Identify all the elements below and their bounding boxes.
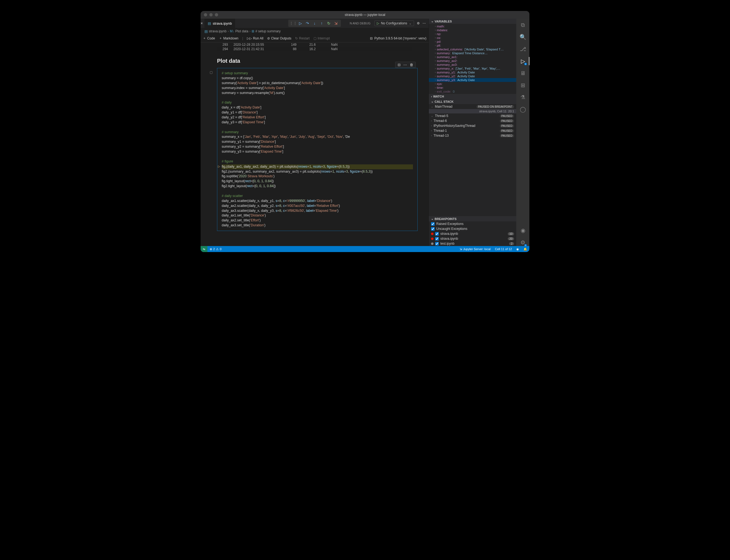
problems-status[interactable]: ⊗ 2 ⚠ 0 bbox=[207, 247, 224, 251]
notebook-toolbar: ＋ Code ＋ Markdown | ▷▷ Run All ⊘ Clear O… bbox=[201, 34, 429, 42]
settings-icon[interactable]: ⚙1 bbox=[519, 239, 526, 246]
github-status-icon[interactable]: ◉ bbox=[514, 247, 521, 251]
variable-item[interactable]: ›math: bbox=[429, 24, 516, 28]
markdown-heading: Plot data bbox=[201, 51, 429, 68]
breakpoint-item[interactable]: strava.ipynb20 bbox=[429, 236, 516, 241]
variable-item[interactable]: ›summary_x:['Jan', 'Feb', 'Mar', 'Apr', … bbox=[429, 67, 516, 70]
variable-item[interactable]: ›summary_y3:Activity Date bbox=[429, 78, 516, 82]
breadcrumb[interactable]: ▤ strava.ipynb › M↓ Plot data › ⊞ # setu… bbox=[201, 28, 429, 34]
run-debug-label: N AND DEBUG bbox=[350, 22, 370, 25]
breakpoint-checkbox[interactable] bbox=[431, 227, 435, 231]
cell-collapse-icon[interactable]: ▢ bbox=[210, 70, 213, 74]
thread-main[interactable]: ⌄MainThreadPAUSED ON BREAKPOINT bbox=[429, 104, 516, 109]
interrupt-button[interactable]: ▢ Interrupt bbox=[313, 36, 330, 40]
bc-file: strava.ipynb bbox=[209, 29, 227, 33]
output-dataframe: 2932020-12-28 20:15:5514921.6NaN2942020-… bbox=[201, 42, 429, 51]
cell-toolbar: ⊟ ⋯ 🗑 bbox=[395, 62, 416, 68]
step-over-icon[interactable]: ↷ bbox=[304, 20, 311, 26]
kernel-picker[interactable]: ⊟ Python 3.9.5 64-bit ('myvenv': venv) bbox=[370, 36, 426, 40]
more-icon[interactable]: ⋯ bbox=[423, 21, 426, 25]
run-all-button[interactable]: ▷▷ Run All bbox=[247, 36, 263, 40]
close-tab-icon[interactable]: × bbox=[201, 21, 203, 25]
tab-strava[interactable]: ▤ strava.ipynb bbox=[204, 19, 235, 28]
python-icon: ⊞ bbox=[252, 29, 254, 33]
continue-icon[interactable]: ▷ bbox=[297, 20, 304, 26]
breakpoint-checkbox[interactable] bbox=[431, 222, 435, 226]
github-icon[interactable]: ◯ bbox=[519, 106, 526, 113]
variable-item[interactable]: ›summary_y1:Activity Date bbox=[429, 70, 516, 74]
add-code-button[interactable]: ＋ Code bbox=[203, 36, 215, 41]
variable-item[interactable]: ›selected_columns:['Activity Date', 'Ela… bbox=[429, 47, 516, 51]
vscode-window: strava.ipynb — jupyter-local × ▤ strava.… bbox=[201, 11, 529, 252]
notifications-icon[interactable]: 🔔 bbox=[521, 247, 529, 251]
testing-icon[interactable]: ⚗ bbox=[519, 94, 526, 101]
breakpoint-checkbox[interactable] bbox=[435, 232, 439, 236]
thread-item[interactable]: ⌄Thread-5PAUSED bbox=[429, 113, 516, 118]
variable-item[interactable]: ›summary: Elapsed Time Distance… bbox=[429, 51, 516, 55]
source-control-icon[interactable]: ⎇ bbox=[519, 45, 526, 53]
variable-item[interactable]: ›summary_ax3: bbox=[429, 63, 516, 67]
thread-item[interactable]: ›Thread-6PAUSED bbox=[429, 118, 516, 123]
variables-header[interactable]: ⌄ VARIABLES bbox=[429, 19, 516, 24]
titlebar: strava.ipynb — jupyter-local bbox=[201, 11, 529, 19]
extensions-icon[interactable]: ⊞ bbox=[519, 82, 526, 89]
run-debug-icon[interactable]: ▷1 bbox=[519, 58, 526, 65]
breakpoint-item[interactable]: test.ipynb2 bbox=[429, 241, 516, 246]
remote-explorer-icon[interactable]: 🖥 bbox=[519, 70, 526, 77]
variable-item[interactable]: ›sys: bbox=[429, 82, 516, 86]
restart-icon[interactable]: ↻ bbox=[326, 20, 332, 26]
code-content[interactable]: # setup summarysummary = df.copy()summar… bbox=[217, 68, 417, 231]
search-icon[interactable]: 🔍 bbox=[519, 33, 526, 41]
thread-item[interactable]: ›Thread-1PAUSED bbox=[429, 128, 516, 133]
chevron-down-icon: ⌄ bbox=[409, 21, 412, 25]
variable-item[interactable]: ›np: bbox=[429, 32, 516, 36]
accounts-icon[interactable]: ◉ bbox=[519, 227, 526, 234]
disconnect-icon[interactable]: ⇲ bbox=[333, 20, 339, 26]
bc-cell: # setup summary bbox=[255, 29, 281, 33]
variable-item[interactable]: ›exit_code:0 bbox=[429, 90, 516, 93]
jupyter-status[interactable]: ⇲ Jupyter Server: local bbox=[457, 247, 493, 251]
traffic-lights[interactable] bbox=[204, 13, 218, 16]
variable-item[interactable]: ›plt: bbox=[429, 44, 516, 47]
output-row: 2932020-12-28 20:15:5514921.6NaN bbox=[217, 42, 412, 47]
cell-status[interactable]: Cell 11 of 12 bbox=[493, 247, 514, 251]
callstack-header[interactable]: ⌄ CALL STACK bbox=[429, 99, 516, 104]
variable-item[interactable]: ›pd: bbox=[429, 40, 516, 44]
breakpoint-item[interactable]: Raised Exceptions bbox=[429, 221, 516, 226]
step-into-icon[interactable]: ↓ bbox=[311, 20, 318, 26]
breakpoint-item[interactable]: Uncaught Exceptions bbox=[429, 226, 516, 231]
step-out-icon[interactable]: ↑ bbox=[318, 20, 325, 26]
notebook-editor[interactable]: 2932020-12-28 20:15:5514921.6NaN2942020-… bbox=[201, 42, 429, 246]
breakpoints-header[interactable]: ⌄ BREAKPOINTS bbox=[429, 216, 516, 221]
notebook-icon: ▤ bbox=[204, 29, 208, 33]
explorer-icon[interactable]: ⧉ bbox=[519, 21, 526, 28]
variable-item[interactable]: ›time: bbox=[429, 86, 516, 90]
bc-section: Plot data bbox=[235, 29, 248, 33]
delete-cell-icon[interactable]: 🗑 bbox=[410, 63, 413, 67]
breakpoint-checkbox[interactable] bbox=[435, 242, 439, 245]
clear-outputs-button[interactable]: ⊘ Clear Outputs bbox=[267, 36, 291, 40]
variable-item[interactable]: ›os: bbox=[429, 36, 516, 40]
gear-icon[interactable]: ⚙ bbox=[417, 21, 420, 25]
thread-item[interactable]: ›Thread-13PAUSED bbox=[429, 133, 516, 138]
watch-header[interactable]: › WATCH bbox=[429, 94, 516, 99]
remote-indicator[interactable]: ⇋ bbox=[201, 246, 207, 252]
variable-item[interactable]: ›summary_ax2: bbox=[429, 59, 516, 63]
thread-item[interactable]: ›IPythonHistorySavingThreadPAUSED bbox=[429, 123, 516, 128]
debug-config-dropdown[interactable]: ▷ No Configurations ⌄ bbox=[374, 21, 414, 26]
split-cell-icon[interactable]: ⊟ bbox=[398, 63, 401, 67]
restart-button[interactable]: ↻ Restart bbox=[295, 36, 310, 40]
code-cell[interactable]: ▢ ⊟ ⋯ 🗑 # setup summarysummary = df.copy… bbox=[217, 68, 418, 231]
variable-item[interactable]: ›mdates: bbox=[429, 28, 516, 32]
breakpoint-checkbox[interactable] bbox=[435, 237, 439, 241]
kernel-label: Python 3.9.5 64-bit ('myvenv': venv) bbox=[374, 36, 426, 40]
play-icon: ▷ bbox=[377, 21, 379, 25]
drag-handle-icon[interactable]: ⋮⋮ bbox=[290, 20, 296, 26]
variable-item[interactable]: ›summary_y2:Activity Date bbox=[429, 74, 516, 78]
variable-item[interactable]: ›summary_ax1: bbox=[429, 55, 516, 59]
breakpoint-item[interactable]: strava.ipynb10 bbox=[429, 231, 516, 236]
add-markdown-button[interactable]: ＋ Markdown bbox=[219, 36, 238, 41]
stack-frame[interactable]: strava.ipynb, Cell 11 20:1 bbox=[429, 109, 516, 113]
more-icon[interactable]: ⋯ bbox=[403, 63, 407, 67]
config-label: No Configurations bbox=[381, 21, 407, 25]
